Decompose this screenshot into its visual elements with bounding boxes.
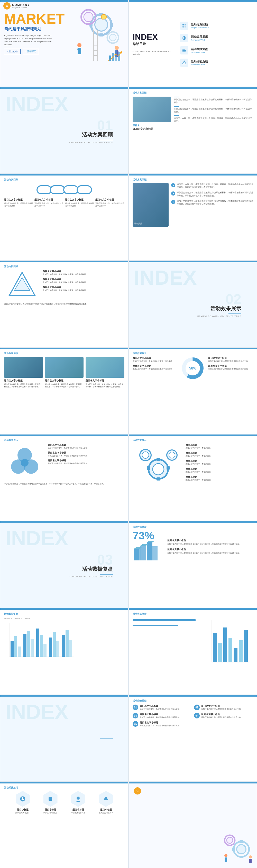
s3a-right: 添加正文内容文字，希望您喜欢使用这个演示文稿模板，字体和模板中的材料可以进行修改… (174, 97, 253, 131)
s9b-label: 活动数据复盘 (133, 612, 253, 616)
s11a-hex-p4: 添加正文内容文字 (93, 811, 119, 814)
slide6a: 活动效果展示 题目名文字小标题 添加正文内容文字，希望您喜欢使用这个演示文稿 题… (129, 347, 257, 434)
s10a-num2: 02 (194, 705, 200, 710)
svg-rect-76 (49, 638, 52, 657)
btn-marketing[interactable]: › 营销部门 (23, 49, 39, 54)
s10a-num3: 03 (133, 713, 138, 718)
slide3a: 活动方案回顾 课程名 添加正文内容标题 添加正文内容文字，希望您喜欢使用这个演示… (129, 87, 257, 174)
menu-icon-1 (180, 22, 188, 30)
s6a-label: 活动效果展示 (133, 352, 253, 355)
s10a-item3: 03 题目名文字小标题 添加正文内容文字，希望您喜欢使用这个演示文稿 (133, 713, 191, 718)
s6a-p3: 添加正文内容文字，希望您喜欢使用这个演示文稿 (208, 360, 253, 362)
s10a-t4: 题目名文字小标题 (201, 713, 241, 716)
s4b-t2: 题目名文字小标题 (43, 278, 124, 281)
chain-title-4: 题目名文字小标题 (95, 198, 124, 202)
menu-item-2: 活动效果展示 Review of Work (180, 34, 252, 42)
s4a-label: 活动方案回顾 (133, 178, 253, 181)
s1-content: INDEX 01 活动方案回顾 REVIEW OF WORK CONTENTS … (0, 89, 128, 174)
s4b-p1: 添加正文内容文字，希望您喜欢使用这个演示文稿模板 (43, 273, 124, 276)
chain-text-3: 添加正文内容文字，希望您喜欢使用这个演示文稿 (65, 202, 94, 207)
menu-icon-2 (180, 34, 188, 42)
s1-bg-text: INDEX (5, 94, 68, 114)
s5a-label: 活动效果展示 (4, 352, 124, 355)
svg-rect-74 (40, 635, 43, 657)
svg-rect-53 (166, 466, 170, 470)
triangle-svg (7, 270, 37, 301)
cover-illustration (68, 4, 127, 76)
s6b-t1: 题目名文字小标题 (48, 443, 124, 447)
subtitle-cn: 简约扁平风营销策划 (4, 27, 65, 32)
s10a-t2: 题目名文字小标题 (201, 705, 241, 708)
bar-chart-svg (4, 621, 76, 662)
svg-rect-72 (31, 639, 34, 657)
s11a-hex4: 题目小标题 添加正文内容文字 (93, 791, 119, 814)
photo-3 (86, 357, 124, 378)
cover-desc: A good template is the beginning of a go… (4, 34, 53, 46)
s1-text: 01 活动方案回顾 REVIEW OF WORK CONTENTS TAILS (69, 119, 113, 144)
s3a-text1: 添加正文内容文字，希望您喜欢使用这个演示文稿模板，字体和模板中的材料可以进行修改… (174, 98, 253, 104)
s4b-p3: 添加正文内容文字，希望您喜欢使用这个演示文稿模板 (43, 289, 124, 292)
svg-rect-68 (14, 636, 17, 657)
s10a-text1: 题目名文字小标题 添加正文内容文字，希望您喜欢使用这个演示文稿 (140, 705, 180, 710)
s6b-t2: 题目名文字小标题 (48, 451, 124, 455)
s6a-t4: 题目名文字小标题 (208, 364, 253, 368)
index-desc: in order understand the whole content an… (133, 50, 171, 56)
s8a-percent: 73% (133, 530, 163, 541)
svg-rect-51 (157, 477, 160, 480)
s10a-p4: 添加正文内容文字，希望您喜欢使用这个演示文稿 (201, 716, 241, 718)
s9a-content: 活动数据复盘 LABEL A LABEL B LABEL C (0, 610, 128, 665)
s4-bg-text: INDEX (5, 702, 68, 722)
s4a-item3: ● 添加正文内容文字，希望您喜欢使用这个演示文稿模板，字体和模板中的材料可以进行… (171, 200, 253, 205)
s6b-right: 题目名文字小标题 添加正文内容文字，希望您喜欢使用这个演示文稿 题目名文字小标题… (48, 443, 124, 479)
s3a-image (133, 97, 171, 122)
svg-rect-88 (234, 648, 237, 662)
svg-rect-87 (228, 638, 232, 662)
svg-rect-3 (99, 33, 103, 36)
svg-rect-84 (213, 632, 217, 662)
s7a-item4: 题目小标题 添加正文内容文字，希望您喜欢 (186, 467, 253, 473)
s6a-item3: 题目名文字小标题 添加正文内容文字，希望您喜欢使用这个演示文稿 (208, 356, 253, 362)
s4a-left: 城市风景 (133, 183, 169, 227)
s10a-text3: 题目名文字小标题 添加正文内容文字，希望您喜欢使用这个演示文稿 (140, 713, 180, 718)
thanks-gears (221, 831, 254, 866)
s6a-t1: 题目名文字小标题 (133, 356, 177, 360)
company-header: C COMPANY Slogan & Details (3, 2, 30, 9)
chain-title-2: 题目名文字小标题 (34, 198, 63, 202)
thanks-logo: C (134, 787, 141, 795)
s6b-item1: 题目名文字小标题 添加正文内容文字，希望您喜欢使用这个演示文稿 (48, 443, 124, 449)
chain-label-2: 题目名文字小标题 添加正文内容文字，希望您喜欢使用这个演示文稿 (34, 198, 63, 207)
s6a-content: 活动效果展示 题目名文字小标题 添加正文内容文字，希望您喜欢使用这个演示文稿 题… (129, 349, 257, 382)
thanks-svg (221, 831, 254, 865)
svg-rect-100 (248, 847, 250, 851)
s7a-t1: 题目小标题 (186, 443, 253, 447)
svg-rect-97 (239, 840, 243, 843)
s10a-t3: 题目名文字小标题 (140, 713, 180, 716)
menu-icon-3 (180, 46, 188, 55)
svg-point-96 (237, 845, 246, 854)
s8a-content: 活动数据复盘 73% (129, 523, 257, 565)
svg-point-34 (184, 37, 185, 39)
s4a-img-label: 城市风景 (134, 222, 142, 225)
photo-2 (45, 357, 84, 378)
s6a-p2: 添加正文内容文字，希望您喜欢使用这个演示文稿 (133, 368, 177, 370)
s7a-t5: 题目小标题 (186, 475, 253, 479)
chain-text-1: 添加正文内容文字，希望您喜欢使用这个演示文稿 (4, 202, 33, 207)
s4a-content: 活动方案回顾 城市风景 ● 添加正文内容文字，希望您喜欢使用这个演示文稿模板，字… (129, 176, 257, 229)
s7a-layout: 题目小标题 添加正文内容文字，希望您喜欢 题目小标题 添加正文内容文字，希望您喜… (133, 443, 253, 492)
svg-rect-23 (103, 19, 105, 20)
s7a-p1: 添加正文内容文字，希望您喜欢 (186, 447, 253, 450)
section3-slide: INDEX 03 活动数据复盘 REVIEW OF WORK CONTENTS … (0, 521, 129, 608)
s10a-item4: 04 题目名文字小标题 添加正文内容文字，希望您喜欢使用这个演示文稿 (194, 713, 253, 718)
menu-cn-3: 活动数据复盘 (191, 47, 208, 51)
s8a-blocks: 73% (133, 530, 163, 563)
slide4a: 活动方案回顾 城市风景 ● 添加正文内容文字，希望您喜欢使用这个演示文稿模板，字… (129, 174, 257, 260)
s6a-layout: 题目名文字小标题 添加正文内容文字，希望您喜欢使用这个演示文稿 题目名文字小标题… (133, 356, 253, 380)
s2-title-cn: 活动效果展示 (197, 305, 241, 312)
s2-content: INDEX 02 活动效果展示 REVIEW OF WORK CONTENTS … (129, 262, 257, 347)
s3-content: INDEX 03 活动数据复盘 REVIEW OF WORK CONTENTS … (0, 523, 128, 608)
s6b-item3: 题目名文字小标题 添加正文内容文字，希望您喜欢使用这个演示文稿 (48, 459, 124, 465)
s4a-item2: ● 添加正文内容文字，希望您喜欢使用这个演示文稿模板，字体和模板中的材料可以进行… (171, 191, 253, 197)
svg-rect-59 (140, 546, 146, 560)
s3a-sub-title: 课程名 (133, 124, 171, 127)
btn-office[interactable]: › 晨山办公 (4, 49, 21, 54)
